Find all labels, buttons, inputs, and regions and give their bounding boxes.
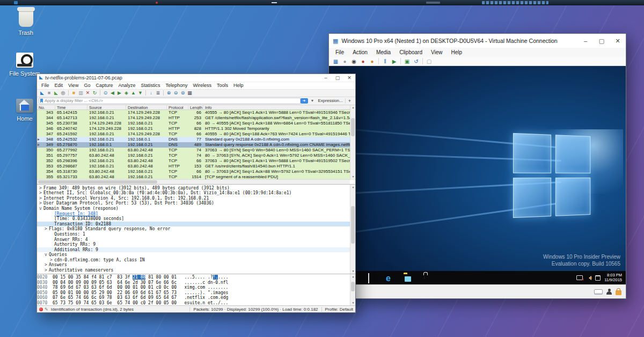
taskbar-file-explorer-icon[interactable] [404,274,412,282]
detail-row[interactable]: >Frame 349: 489 bytes on wire (3912 bits… [37,186,355,191]
go-to-packet-icon[interactable]: ◈ [123,90,130,97]
ws-close-button[interactable]: ✕ [343,75,355,80]
detail-row[interactable]: vDomain Name System (response) [37,206,355,211]
vm-menu-clipboard[interactable]: Clipboard [395,49,427,55]
ws-maximize-button[interactable]: ▢ [332,75,343,80]
detail-row[interactable]: Questions: 1 [37,232,355,237]
display-filter-input[interactable] [45,98,299,103]
packet-row[interactable]: 34765.241592192.168.0.21174.129.249.228T… [37,131,355,137]
vm-menu-help[interactable]: Help [447,49,466,55]
detail-row[interactable]: >Internet Protocol Version 4, Src: 192.1… [37,196,355,201]
add-filter-button[interactable]: + [345,98,354,104]
detail-row[interactable]: >Flags: 0x8180 Standard query response, … [37,226,355,232]
vm-close-button[interactable]: ✕ [610,38,626,45]
detail-row[interactable]: Answer RRs: 4 [37,237,355,243]
column-header-no[interactable]: No. [37,105,55,109]
detail-row[interactable]: vQueries [37,252,355,258]
packet-row[interactable]: 35465.31873063.80.242.48192.168.0.21TCP6… [37,169,355,174]
packet-list-header[interactable]: No.TimeSourceDestinationProtocolLengthIn… [37,105,355,110]
save-file-icon[interactable]: ▥ [77,90,84,97]
expression-button[interactable]: Expression... [318,98,342,103]
hex-row[interactable]: 0070 65 73 75 69 74 65 03 6e 65 74 00 c0… [37,301,355,306]
go-last-icon[interactable]: ▼ [137,90,144,97]
reset-icon[interactable]: ● [368,58,377,64]
detail-row[interactable]: Additional RRs: 9 [37,247,355,253]
detail-row[interactable]: [Request In: 348] [37,211,355,217]
expander-icon[interactable]: > [45,268,49,273]
ws-menu-tools[interactable]: Tools [214,83,231,88]
packet-row[interactable]: 35265.298396192.168.0.2163.80.242.48TCP6… [37,158,355,164]
find-packet-icon[interactable]: ⊙ [102,90,109,97]
turn-off-icon[interactable]: ● [340,58,349,64]
packet-list-hscrollbar[interactable] [37,179,350,184]
packet-row[interactable]: 34565.230738174.129.249.228192.168.0.21T… [37,121,355,126]
restart-capture-icon[interactable]: ◣ [53,90,60,97]
filter-dropdown-caret[interactable]: ▼ [311,99,314,102]
volume-icon[interactable] [587,276,591,280]
go-back-icon[interactable]: ◀ [109,90,116,97]
apply-filter-button[interactable]: ➜ [301,98,308,104]
close-file-icon[interactable]: ✕ [84,90,91,97]
taskbar-edge-icon[interactable]: e [386,274,394,282]
packet-row[interactable]: 34665.240742174.129.249.228192.168.0.21H… [37,126,355,131]
panel-taskbar-entry[interactable] [482,1,548,4]
vm-maximize-button[interactable]: ▢ [594,38,610,45]
go-forward-icon[interactable]: ▶ [116,90,123,97]
packet-row[interactable]: 34465.142713192.168.0.21174.129.249.228H… [37,115,355,121]
expander-icon[interactable]: > [45,226,49,232]
column-header-length[interactable]: Length [188,105,203,109]
ctrl-alt-del-icon[interactable]: ▦ [331,58,340,64]
packet-list-vscrollbar[interactable]: ▲ ▼ [350,105,355,179]
windows-taskbar[interactable]: e 8:03 PM 11/9/2015 [329,271,626,284]
vm-minimize-button[interactable]: – [577,38,594,44]
detail-row[interactable]: Authority RRs: 9 [37,242,355,247]
network-icon[interactable] [576,275,583,280]
expander-icon[interactable]: > [39,191,43,196]
column-header-info[interactable]: Info [203,105,355,109]
detail-row[interactable]: Transaction ID: 0x2188 [37,222,355,227]
column-header-source[interactable]: Source [87,105,126,109]
capture-comment-icon[interactable]: ✎ [45,307,48,312]
open-file-icon[interactable]: ■ [70,90,77,97]
bytes-vscrollbar[interactable]: ▲ ▼ [350,274,355,305]
ws-minimize-button[interactable]: – [320,75,332,80]
auto-scroll-icon[interactable]: ↓ [148,90,155,97]
expert-info-icon[interactable] [39,307,43,311]
colorize-icon[interactable]: ≣ [155,90,162,97]
vm-guest-screen[interactable]: Windows 10 Pro Insider Preview Evaluatio… [329,66,626,284]
panel-tray-icons[interactable] [426,2,440,4]
capture-options-icon[interactable]: ◎ [60,90,67,97]
packet-row[interactable]: 34365.142415192.168.0.21174.129.249.228T… [37,110,355,115]
start-icon[interactable]: ▶ [390,58,399,64]
ws-menu-analyze[interactable]: Analyze [115,83,138,88]
reload-icon[interactable]: ↻ [91,90,98,97]
vm-menu-file[interactable]: File [331,49,348,55]
save-icon[interactable]: ● [358,58,368,64]
vm-title-bar[interactable]: ▦ Windows 10 Pro x64 (Nested 1) on DESKT… [329,34,626,48]
vm-menu-action[interactable]: Action [348,49,372,55]
expander-icon[interactable]: > [39,201,43,206]
hex-row[interactable]: 0030 00 04 00 09 00 09 05 63 64 6e 2d 30… [37,280,355,285]
panel-app-icon[interactable] [14,1,18,4]
ws-menu-go[interactable]: Go [81,83,93,88]
vm-menu-media[interactable]: Media [372,49,395,55]
desktop-icon-trash[interactable]: Trash [5,10,47,36]
ws-menu-capture[interactable]: Capture [93,83,115,88]
zoom-in-icon[interactable]: ⊕ [165,90,172,97]
expander-icon[interactable]: v [39,206,43,211]
profile-text[interactable]: Profile: Default [321,307,353,312]
resize-columns-icon[interactable]: ▦ [186,90,193,97]
ws-menu-view[interactable]: View [65,83,81,88]
detail-row[interactable]: [Time: 0.034338000 seconds] [37,216,355,222]
ws-menu-edit[interactable]: Edit [52,83,66,88]
packet-row[interactable]: 34965.276870192.168.0.1192.168.0.21DNS48… [37,142,355,148]
taskbar-task-view-icon[interactable] [368,274,377,282]
taskbar-store-icon[interactable] [421,274,430,282]
shut-down-icon[interactable]: ◉ [349,58,358,64]
stop-capture-icon[interactable]: ■ [46,90,53,97]
packet-row[interactable]: 35065.277992192.168.0.2163.80.242.48TCP7… [37,148,355,153]
detail-row[interactable]: >User Datagram Protocol, Src Port: 53 (5… [37,201,355,206]
details-vscrollbar[interactable]: ▲ ▼ [350,185,355,274]
revert-icon[interactable]: ↺ [412,58,421,64]
ws-menu-telephony[interactable]: Telephony [163,83,190,88]
